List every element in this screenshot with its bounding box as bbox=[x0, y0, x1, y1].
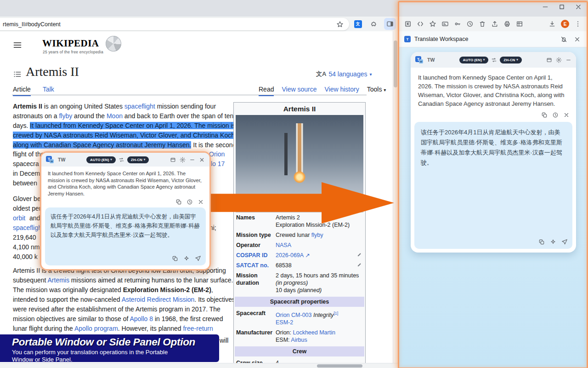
tab-tools[interactable]: Tools ▾ bbox=[367, 86, 386, 96]
popout-window-icon[interactable] bbox=[170, 157, 176, 163]
print-icon[interactable] bbox=[503, 20, 511, 28]
infobox-label-link[interactable]: SATCAT no. bbox=[236, 262, 276, 269]
pin-off-icon[interactable] bbox=[560, 36, 567, 43]
horizontal-scrollbar[interactable] bbox=[0, 363, 398, 368]
minimize-icon[interactable] bbox=[542, 4, 548, 10]
article-link[interactable]: Orion CM-003 bbox=[276, 312, 312, 318]
maximize-icon[interactable] bbox=[559, 4, 565, 10]
contents-list-icon[interactable] bbox=[13, 70, 22, 79]
edit-pencil-icon[interactable] bbox=[357, 252, 362, 257]
translate-popup-window[interactable]: T W TW AUTO (EN)▾ ZH-CN▾ It launched fro… bbox=[41, 153, 209, 269]
minimize-popup-icon[interactable] bbox=[189, 157, 195, 163]
swap-languages-icon[interactable] bbox=[119, 157, 124, 163]
wikipedia-tagline: 25 years of the free encyclopedia bbox=[43, 50, 103, 54]
infobox-row-duration: Mission duration 2 days, 15 hours and 35… bbox=[235, 270, 364, 295]
source-language-pill[interactable]: AUTO (EN)▾ bbox=[459, 57, 489, 63]
url-text[interactable]: rtemis_II#bodyContent bbox=[3, 21, 336, 28]
copy-icon[interactable] bbox=[541, 112, 548, 118]
article-link-fragment[interactable]: Orion bbox=[209, 150, 225, 158]
star-icon[interactable] bbox=[429, 20, 436, 28]
article-link-fragment[interactable]: orbit bbox=[13, 214, 25, 222]
vertical-scrollbar[interactable] bbox=[393, 31, 398, 363]
bookmark-star-icon[interactable] bbox=[336, 21, 344, 28]
article-link[interactable]: flyby bbox=[311, 232, 323, 238]
profile-avatar[interactable]: E bbox=[561, 20, 569, 28]
trash-icon[interactable] bbox=[479, 20, 486, 28]
article-link[interactable]: flyby bbox=[59, 112, 72, 120]
article-link[interactable]: Airbus bbox=[291, 337, 307, 343]
language-selector[interactable]: 文A 54 languages ▾ bbox=[316, 70, 372, 78]
extensions-puzzle-icon[interactable] bbox=[368, 18, 380, 30]
settings-gear-icon[interactable] bbox=[556, 57, 562, 63]
language-count[interactable]: 54 languages bbox=[328, 70, 367, 78]
key-icon[interactable] bbox=[454, 20, 461, 28]
sparkle-icon[interactable] bbox=[550, 239, 556, 245]
article-link[interactable]: NASA bbox=[276, 242, 291, 248]
hamburger-menu-icon[interactable] bbox=[13, 40, 22, 50]
translate-page-icon[interactable] bbox=[404, 20, 412, 28]
article-link[interactable]: ↗ bbox=[303, 252, 310, 259]
target-language-pill[interactable]: ZH-CN▾ bbox=[127, 156, 149, 163]
grid-icon[interactable] bbox=[516, 20, 523, 28]
close-window-icon[interactable] bbox=[575, 4, 582, 10]
text-run: Exploration Mission-2 (EM-2) bbox=[123, 286, 211, 293]
edit-pencil-icon[interactable] bbox=[357, 262, 362, 267]
text-run: missions aimed at returning humans to th… bbox=[69, 276, 233, 284]
article-link[interactable]: spaceflight bbox=[124, 103, 155, 110]
side-panel-toggle-icon[interactable] bbox=[384, 18, 396, 30]
article-link[interactable]: [1] bbox=[334, 311, 338, 316]
close-popup-icon[interactable] bbox=[199, 157, 205, 163]
id-card-icon[interactable] bbox=[441, 20, 449, 28]
horizontal-scrollbar-thumb[interactable] bbox=[317, 364, 362, 368]
side-panel-body: T W TW AUTO (EN)▾ ZH-CN▾ It la bbox=[398, 47, 587, 367]
card-target-actions bbox=[538, 239, 568, 245]
page-translate-icon[interactable]: 文 bbox=[352, 18, 364, 30]
popup-source-actions bbox=[41, 197, 209, 206]
text-run: is an ongoing United States bbox=[42, 103, 124, 110]
article-link[interactable]: ESM-2 bbox=[276, 319, 293, 326]
history-icon[interactable] bbox=[187, 199, 193, 205]
close-icon[interactable] bbox=[563, 112, 570, 118]
minimize-card-icon[interactable] bbox=[565, 57, 571, 63]
url-bar[interactable]: rtemis_II#bodyContent bbox=[0, 18, 349, 30]
wikipedia-globe-logo[interactable] bbox=[106, 36, 121, 52]
send-icon[interactable] bbox=[561, 239, 568, 245]
article-link[interactable]: Apollo program bbox=[74, 325, 118, 332]
wikipedia-wordmark[interactable]: WIKIPEDIA bbox=[42, 38, 99, 49]
article-link[interactable]: Artemis bbox=[48, 276, 69, 284]
browser-menu-icon[interactable] bbox=[574, 20, 582, 28]
history-icon[interactable] bbox=[466, 20, 474, 28]
popout-window-icon[interactable] bbox=[546, 57, 552, 63]
card-translation-box[interactable]: 该任务于2026年4月1日从肯尼迪航天中心发射，由美国宇航局宇航员里德·怀斯曼、… bbox=[414, 122, 572, 249]
card-source-text[interactable]: It launched from Kennedy Space Center on… bbox=[411, 68, 576, 108]
text-run: around the bbox=[72, 112, 107, 120]
article-link-fragment[interactable]: spaceflight bbox=[13, 224, 44, 231]
source-language-pill[interactable]: AUTO (EN)▾ bbox=[86, 156, 116, 163]
settings-gear-icon[interactable] bbox=[180, 157, 186, 163]
swap-languages-icon[interactable] bbox=[491, 57, 497, 63]
target-language-pill[interactable]: ZH-CN▾ bbox=[500, 57, 521, 63]
copy-icon[interactable] bbox=[172, 255, 178, 262]
popup-source-text[interactable]: It launched from Kennedy Space Center on… bbox=[41, 167, 209, 197]
translate-card[interactable]: T W TW AUTO (EN)▾ ZH-CN▾ It la bbox=[411, 52, 576, 253]
article-link[interactable]: Apollo 8 bbox=[130, 315, 153, 322]
upload-icon[interactable] bbox=[491, 20, 498, 28]
download-icon[interactable] bbox=[548, 20, 556, 28]
send-icon[interactable] bbox=[195, 255, 201, 262]
article-link[interactable]: Moon bbox=[107, 112, 123, 120]
history-icon[interactable] bbox=[552, 112, 559, 118]
close-side-panel-icon[interactable] bbox=[574, 36, 581, 43]
sparkle-icon[interactable] bbox=[183, 255, 190, 262]
article-link[interactable]: 2026-069A bbox=[276, 252, 303, 259]
infobox-row-satcat: SATCAT no. 68538 bbox=[235, 260, 364, 270]
copy-icon[interactable] bbox=[175, 199, 182, 205]
article-link[interactable]: Lockheed Martin bbox=[293, 329, 335, 336]
popup-translation-box[interactable]: 该任务于2026年4月1日从肯尼迪航天中心发射，由美国宇航局宇航员里德·怀斯曼、… bbox=[45, 207, 206, 265]
vertical-scrollbar-thumb[interactable] bbox=[394, 40, 397, 87]
article-link[interactable]: Asteroid Redirect Mission bbox=[122, 296, 195, 303]
close-icon[interactable] bbox=[198, 199, 204, 205]
infobox-label-link[interactable]: COSPAR ID bbox=[236, 252, 276, 259]
code-icon[interactable] bbox=[417, 20, 424, 28]
copy-icon[interactable] bbox=[538, 239, 545, 245]
article-link[interactable]: free-return bbox=[183, 325, 213, 332]
